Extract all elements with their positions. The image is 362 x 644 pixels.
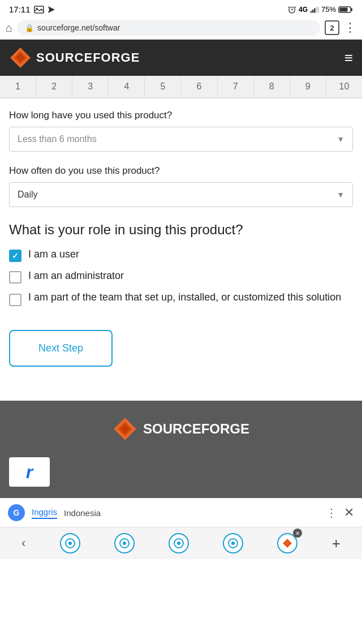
bottom-nav: ‹ ✕ + [0,527,362,559]
translate-lang-target[interactable]: Indonesia [64,508,101,518]
nav-tab-4[interactable] [223,533,243,553]
home-icon[interactable]: ⌂ [6,22,12,35]
sf-logo-text: SOURCEFORGE [36,50,140,65]
checkbox-team[interactable] [9,294,21,306]
lock-icon: 🔒 [25,24,34,32]
url-text: sourceforge.net/softwar [37,23,312,32]
role-option-admin[interactable]: I am an administrator [9,270,353,284]
svg-point-31 [231,542,235,545]
role-team-label: I am part of the team that set up, insta… [28,291,341,303]
svg-marker-2 [48,6,55,13]
main-content: How long have you used this product? Les… [0,98,362,378]
step-3[interactable]: 3 [72,76,109,97]
step-9[interactable]: 9 [290,76,326,97]
frequency-dropdown-value: Daily [18,190,38,200]
tab-count-badge[interactable]: 2 [325,20,339,35]
recaptcha-box: r [9,457,50,487]
alarm-icon [287,5,296,14]
status-bar: 17:11 4G 75% [0,0,362,16]
google-translate-icon: G [8,504,25,521]
frequency-dropdown[interactable]: Daily ▼ [9,182,353,207]
nav-tab-3[interactable] [169,533,189,553]
role-option-user[interactable]: ✓ I am a user [9,248,353,262]
duration-dropdown-value: Less than 6 months [18,134,97,144]
nav-tab-5-container[interactable]: ✕ [277,533,298,553]
recaptcha-area: r [0,457,362,498]
nav-close-badge: ✕ [293,529,302,538]
svg-rect-15 [340,7,348,11]
svg-rect-8 [311,11,312,12]
role-question-label: What is your role in using this product? [9,221,353,238]
dropdown-1-arrow-icon: ▼ [337,135,344,144]
checkmark-icon: ✓ [12,251,19,260]
signal-bars-icon [310,6,319,14]
nav-circle-icon-1 [64,538,76,549]
step-5[interactable]: 5 [145,76,181,97]
nav-tab-1[interactable] [60,533,80,553]
svg-rect-12 [318,7,319,12]
svg-line-6 [288,6,289,7]
nav-circle-icon-3 [173,538,184,549]
nav-sf-icon [282,538,292,548]
step-4[interactable]: 4 [109,76,145,97]
step-1[interactable]: 1 [0,76,36,97]
sf-footer-logo-icon [113,417,137,441]
question-1-label: How long have you used this product? [9,110,353,121]
image-icon [34,6,44,14]
status-right: 4G 75% [287,5,353,14]
nav-add-icon[interactable]: + [332,535,341,552]
role-user-label: I am a user [28,248,79,260]
step-10[interactable]: 10 [326,76,362,97]
step-6[interactable]: 6 [181,76,217,97]
svg-point-34 [286,542,289,544]
recaptcha-icon: r [26,462,33,483]
step-7[interactable]: 7 [218,76,254,97]
sf-logo[interactable]: SOURCEFORGE [9,46,140,69]
svg-rect-10 [314,8,315,12]
hamburger-menu-icon[interactable]: ≡ [344,50,353,65]
svg-point-29 [177,542,180,545]
role-section: What is your role in using this product?… [9,221,353,306]
svg-rect-14 [351,8,352,11]
more-menu-icon[interactable]: ⋮ [344,20,356,35]
role-option-team[interactable]: I am part of the team that set up, insta… [9,291,353,306]
sf-logo-icon [9,46,32,69]
svg-point-25 [68,542,72,545]
svg-point-27 [123,542,126,545]
sf-header: SOURCEFORGE ≡ [0,40,362,76]
send-icon [48,6,55,14]
next-step-button[interactable]: Next Step [9,330,113,367]
nav-back-icon[interactable]: ‹ [21,536,25,551]
browser-bar: ⌂ 🔒 sourceforge.net/softwar 2 ⋮ [0,16,362,40]
svg-rect-9 [312,10,313,13]
sf-footer-text: SOURCEFORGE [143,421,249,437]
role-admin-label: I am an administrator [28,270,124,282]
url-bar[interactable]: 🔒 sourceforge.net/softwar [17,20,320,36]
battery-percent: 75% [321,5,336,14]
signal-4g: 4G [299,6,308,14]
steps-bar: 1 2 3 4 5 6 7 8 9 10 [0,76,362,98]
checkbox-user[interactable]: ✓ [9,250,21,262]
question-2-label: How often do you use this product? [9,165,353,177]
nav-circle-icon-4 [227,538,239,549]
nav-tab-2[interactable] [114,533,135,553]
translate-close-icon[interactable]: ✕ [344,505,354,520]
translate-bar: G Inggris Indonesia ⋮ ✕ [0,498,362,527]
checkbox-admin[interactable] [9,271,21,284]
step-2[interactable]: 2 [36,76,72,97]
dropdown-2-arrow-icon: ▼ [337,190,344,199]
battery-icon [338,6,353,14]
status-time: 17:11 [9,5,31,14]
svg-rect-11 [316,7,317,12]
step-8[interactable]: 8 [254,76,290,97]
nav-circle-icon-2 [119,538,130,549]
duration-dropdown[interactable]: Less than 6 months ▼ [9,127,353,152]
translate-lang-source[interactable]: Inggris [32,507,57,519]
translate-more-icon[interactable]: ⋮ [326,506,337,520]
sf-footer: SOURCEFORGE [0,401,362,457]
svg-line-7 [295,6,296,7]
